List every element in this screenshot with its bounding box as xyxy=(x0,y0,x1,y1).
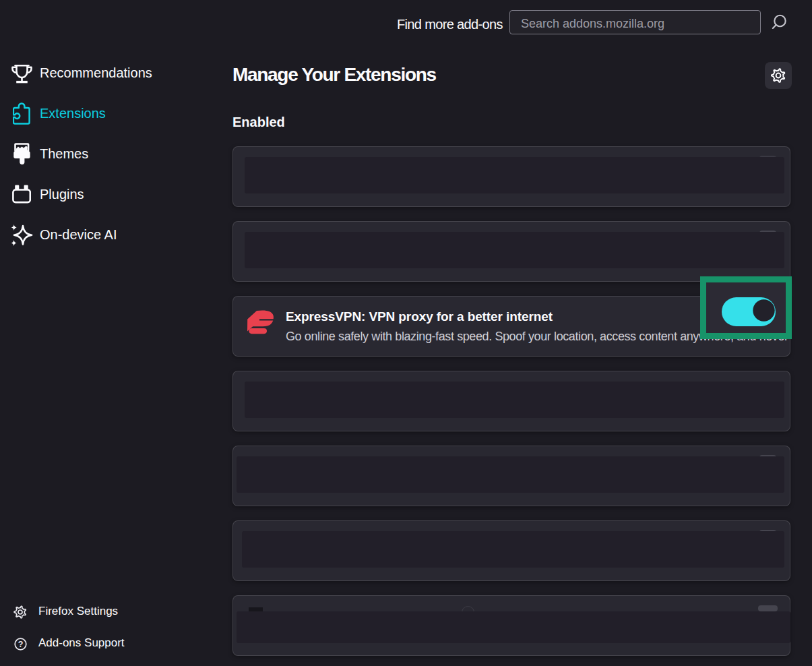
svg-text:?: ? xyxy=(18,640,24,649)
